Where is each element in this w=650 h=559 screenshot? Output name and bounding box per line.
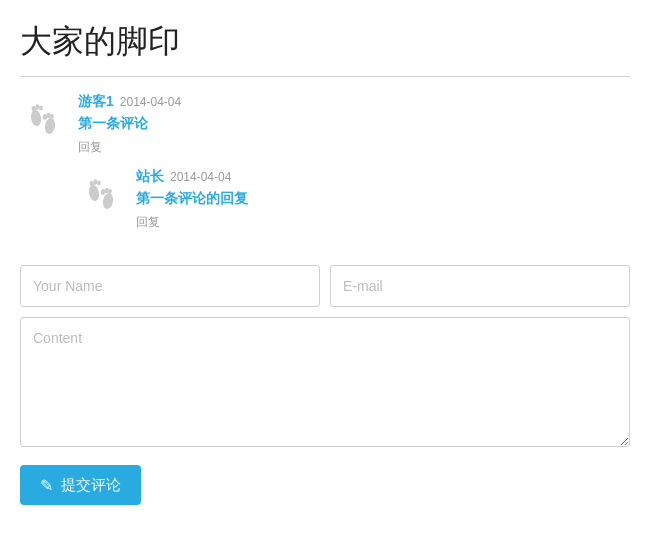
submit-label: 提交评论 (61, 476, 121, 495)
nested-comment-meta: 站长 2014-04-04 (136, 168, 630, 186)
edit-icon: ✎ (40, 476, 53, 495)
comment-form: ✎ 提交评论 (20, 265, 630, 505)
page-title: 大家的脚印 (20, 20, 630, 64)
email-input[interactable] (330, 265, 630, 307)
svg-point-8 (88, 184, 101, 201)
title-divider (20, 76, 630, 77)
form-row-name-email (20, 265, 630, 307)
comments-section: 游客1 2014-04-04 第一条评论 回复 (20, 93, 630, 245)
nested-comment-body: 站长 2014-04-04 第一条评论的回复 回复 (136, 168, 630, 231)
svg-point-12 (102, 192, 115, 209)
svg-point-3 (39, 105, 43, 110)
svg-point-0 (30, 109, 43, 126)
nested-comment-item: 站长 2014-04-04 第一条评论的回复 回复 (78, 168, 630, 231)
svg-point-4 (44, 117, 57, 134)
svg-point-11 (97, 180, 101, 185)
name-input[interactable] (20, 265, 320, 307)
nested-comment-date: 2014-04-04 (170, 170, 231, 184)
comment-meta: 游客1 2014-04-04 (78, 93, 630, 111)
avatar (20, 93, 68, 141)
content-textarea[interactable] (20, 317, 630, 447)
submit-button[interactable]: ✎ 提交评论 (20, 465, 141, 505)
nested-comment-author: 站长 (136, 168, 164, 186)
comment-item: 游客1 2014-04-04 第一条评论 回复 (20, 93, 630, 245)
reply-button[interactable]: 回复 (78, 140, 102, 154)
comment-date: 2014-04-04 (120, 95, 181, 109)
nested-avatar (78, 168, 126, 216)
comment-body: 游客1 2014-04-04 第一条评论 回复 (78, 93, 630, 245)
nested-comment-text: 第一条评论的回复 (136, 190, 630, 208)
comment-text: 第一条评论 (78, 115, 630, 133)
nested-reply-button[interactable]: 回复 (136, 215, 160, 229)
comment-author: 游客1 (78, 93, 114, 111)
